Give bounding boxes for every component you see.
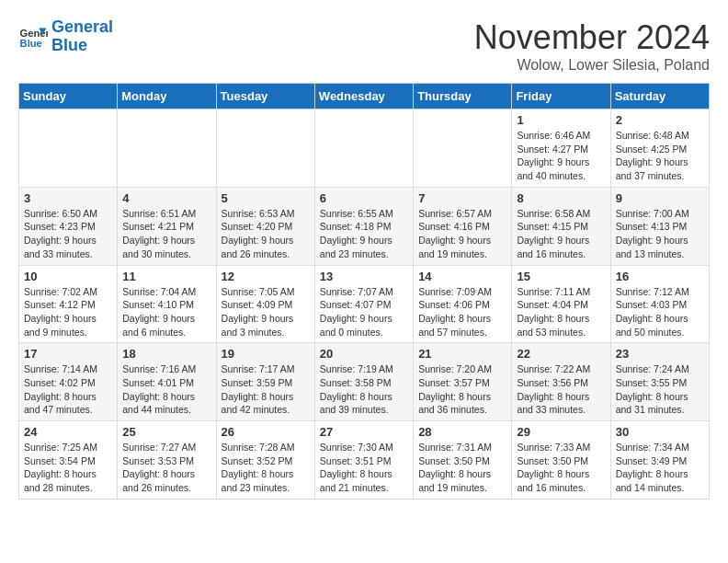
day-number: 13 <box>320 270 408 283</box>
day-info: Sunrise: 7:28 AM Sunset: 3:52 PM Dayligh… <box>222 441 310 495</box>
day-info: Sunrise: 7:25 AM Sunset: 3:54 PM Dayligh… <box>24 441 112 495</box>
calendar-header-friday: Friday <box>512 84 610 109</box>
day-number: 18 <box>122 347 210 361</box>
day-number: 20 <box>320 347 408 361</box>
calendar-header-wednesday: Wednesday <box>314 84 413 109</box>
calendar-day: 29Sunrise: 7:33 AM Sunset: 3:50 PM Dayli… <box>512 421 610 500</box>
day-number: 23 <box>616 347 704 361</box>
calendar-header-row: SundayMondayTuesdayWednesdayThursdayFrid… <box>19 84 710 109</box>
calendar-day: 4Sunrise: 6:51 AM Sunset: 4:21 PM Daylig… <box>118 187 216 265</box>
day-number: 8 <box>517 191 605 205</box>
day-number: 25 <box>122 425 210 439</box>
calendar-day: 10Sunrise: 7:02 AM Sunset: 4:12 PM Dayli… <box>19 265 118 343</box>
calendar-day <box>19 109 118 188</box>
day-number: 26 <box>222 425 310 439</box>
day-info: Sunrise: 7:09 AM Sunset: 4:06 PM Dayligh… <box>418 285 506 339</box>
day-number: 11 <box>122 270 210 283</box>
day-info: Sunrise: 7:17 AM Sunset: 3:59 PM Dayligh… <box>222 362 310 417</box>
calendar-day: 19Sunrise: 7:17 AM Sunset: 3:59 PM Dayli… <box>216 343 314 421</box>
day-info: Sunrise: 6:51 AM Sunset: 4:21 PM Dayligh… <box>122 207 210 261</box>
day-info: Sunrise: 6:50 AM Sunset: 4:23 PM Dayligh… <box>24 207 112 261</box>
calendar-day: 28Sunrise: 7:31 AM Sunset: 3:50 PM Dayli… <box>414 421 512 500</box>
day-number: 12 <box>222 270 310 283</box>
day-info: Sunrise: 7:31 AM Sunset: 3:50 PM Dayligh… <box>418 441 506 495</box>
month-title: November 2024 <box>474 18 710 57</box>
day-info: Sunrise: 6:55 AM Sunset: 4:18 PM Dayligh… <box>320 207 408 261</box>
day-number: 2 <box>616 113 704 127</box>
day-number: 24 <box>24 425 112 439</box>
calendar-day: 26Sunrise: 7:28 AM Sunset: 3:52 PM Dayli… <box>216 421 314 500</box>
day-number: 9 <box>616 191 704 205</box>
day-info: Sunrise: 7:30 AM Sunset: 3:51 PM Dayligh… <box>320 441 408 495</box>
day-info: Sunrise: 7:27 AM Sunset: 3:53 PM Dayligh… <box>122 441 210 495</box>
day-info: Sunrise: 6:48 AM Sunset: 4:25 PM Dayligh… <box>616 129 704 183</box>
calendar-day: 6Sunrise: 6:55 AM Sunset: 4:18 PM Daylig… <box>314 187 413 265</box>
day-number: 21 <box>418 347 506 361</box>
day-number: 19 <box>222 347 310 361</box>
logo: General Blue General Blue <box>18 18 113 55</box>
calendar-day: 11Sunrise: 7:04 AM Sunset: 4:10 PM Dayli… <box>118 265 216 343</box>
logo-text-general: General <box>51 18 113 37</box>
day-info: Sunrise: 7:07 AM Sunset: 4:07 PM Dayligh… <box>320 285 408 339</box>
day-number: 7 <box>418 191 506 205</box>
calendar-week-row: 24Sunrise: 7:25 AM Sunset: 3:54 PM Dayli… <box>19 421 710 500</box>
day-info: Sunrise: 7:11 AM Sunset: 4:04 PM Dayligh… <box>517 285 605 339</box>
calendar-week-row: 17Sunrise: 7:14 AM Sunset: 4:02 PM Dayli… <box>19 343 710 421</box>
day-info: Sunrise: 7:00 AM Sunset: 4:13 PM Dayligh… <box>616 207 704 261</box>
calendar-day: 21Sunrise: 7:20 AM Sunset: 3:57 PM Dayli… <box>414 343 512 421</box>
day-info: Sunrise: 7:05 AM Sunset: 4:09 PM Dayligh… <box>222 285 310 339</box>
day-number: 17 <box>24 347 112 361</box>
day-number: 6 <box>320 191 408 205</box>
calendar-day: 12Sunrise: 7:05 AM Sunset: 4:09 PM Dayli… <box>216 265 314 343</box>
day-number: 16 <box>616 270 704 283</box>
day-number: 10 <box>24 270 112 283</box>
day-info: Sunrise: 7:33 AM Sunset: 3:50 PM Dayligh… <box>517 441 605 495</box>
svg-text:Blue: Blue <box>20 38 42 49</box>
calendar-day: 24Sunrise: 7:25 AM Sunset: 3:54 PM Dayli… <box>19 421 118 500</box>
day-info: Sunrise: 7:04 AM Sunset: 4:10 PM Dayligh… <box>122 285 210 339</box>
calendar-day: 3Sunrise: 6:50 AM Sunset: 4:23 PM Daylig… <box>19 187 118 265</box>
day-info: Sunrise: 7:20 AM Sunset: 3:57 PM Dayligh… <box>418 362 506 417</box>
calendar-day: 25Sunrise: 7:27 AM Sunset: 3:53 PM Dayli… <box>118 421 216 500</box>
day-number: 3 <box>24 191 112 205</box>
day-number: 1 <box>517 113 605 127</box>
logo-icon: General Blue <box>18 22 48 52</box>
day-info: Sunrise: 7:02 AM Sunset: 4:12 PM Dayligh… <box>24 285 112 339</box>
logo-text-blue: Blue <box>51 37 113 55</box>
day-info: Sunrise: 6:58 AM Sunset: 4:15 PM Dayligh… <box>517 207 605 261</box>
page-header: General Blue General Blue November 2024 … <box>18 18 710 74</box>
day-number: 4 <box>122 191 210 205</box>
calendar-header-monday: Monday <box>118 84 216 109</box>
day-number: 28 <box>418 425 506 439</box>
day-info: Sunrise: 7:19 AM Sunset: 3:58 PM Dayligh… <box>320 362 408 417</box>
day-info: Sunrise: 6:57 AM Sunset: 4:16 PM Dayligh… <box>418 207 506 261</box>
calendar-day <box>414 109 512 188</box>
calendar-day: 17Sunrise: 7:14 AM Sunset: 4:02 PM Dayli… <box>19 343 118 421</box>
day-info: Sunrise: 7:12 AM Sunset: 4:03 PM Dayligh… <box>616 285 704 339</box>
calendar-day: 7Sunrise: 6:57 AM Sunset: 4:16 PM Daylig… <box>414 187 512 265</box>
day-info: Sunrise: 6:46 AM Sunset: 4:27 PM Dayligh… <box>517 129 605 183</box>
calendar-day: 20Sunrise: 7:19 AM Sunset: 3:58 PM Dayli… <box>314 343 413 421</box>
day-number: 29 <box>517 425 605 439</box>
calendar-day <box>118 109 216 188</box>
calendar-day: 16Sunrise: 7:12 AM Sunset: 4:03 PM Dayli… <box>610 265 709 343</box>
calendar-header-tuesday: Tuesday <box>216 84 314 109</box>
calendar-day: 13Sunrise: 7:07 AM Sunset: 4:07 PM Dayli… <box>314 265 413 343</box>
day-info: Sunrise: 7:34 AM Sunset: 3:49 PM Dayligh… <box>616 441 704 495</box>
title-block: November 2024 Wolow, Lower Silesia, Pola… <box>474 18 710 74</box>
calendar-day <box>314 109 413 188</box>
calendar-day: 9Sunrise: 7:00 AM Sunset: 4:13 PM Daylig… <box>610 187 709 265</box>
day-number: 15 <box>517 270 605 283</box>
calendar-day: 30Sunrise: 7:34 AM Sunset: 3:49 PM Dayli… <box>610 421 709 500</box>
day-number: 27 <box>320 425 408 439</box>
calendar-week-row: 3Sunrise: 6:50 AM Sunset: 4:23 PM Daylig… <box>19 187 710 265</box>
calendar-day: 5Sunrise: 6:53 AM Sunset: 4:20 PM Daylig… <box>216 187 314 265</box>
day-info: Sunrise: 7:14 AM Sunset: 4:02 PM Dayligh… <box>24 362 112 417</box>
day-info: Sunrise: 7:16 AM Sunset: 4:01 PM Dayligh… <box>122 362 210 417</box>
calendar-header-sunday: Sunday <box>19 84 118 109</box>
day-info: Sunrise: 6:53 AM Sunset: 4:20 PM Dayligh… <box>222 207 310 261</box>
calendar-table: SundayMondayTuesdayWednesdayThursdayFrid… <box>18 83 710 500</box>
day-number: 22 <box>517 347 605 361</box>
calendar-day: 2Sunrise: 6:48 AM Sunset: 4:25 PM Daylig… <box>610 109 709 188</box>
calendar-day <box>216 109 314 188</box>
